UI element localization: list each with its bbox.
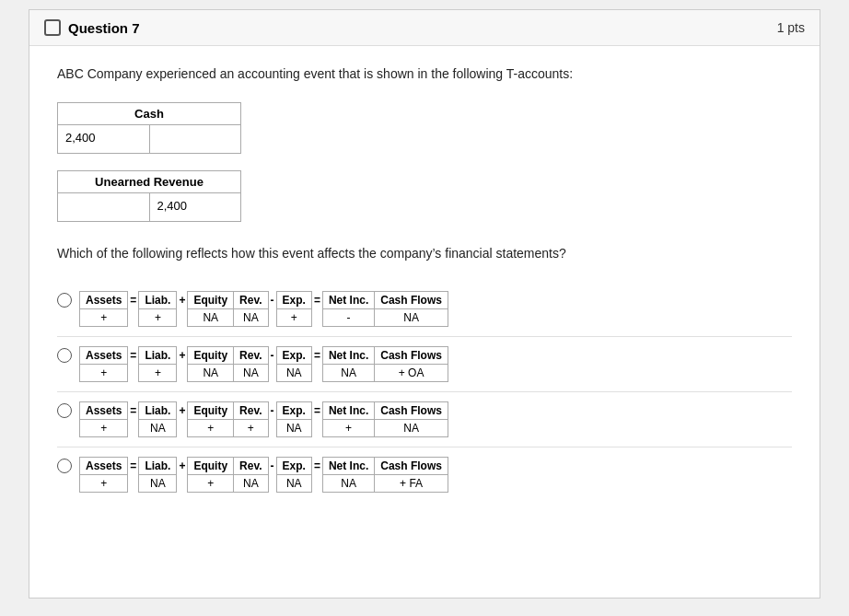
option-table-d: Assets = Liab. + Equity Rev. - Exp. = Ne… [79, 457, 448, 493]
t-account-unearned: Unearned Revenue 2,400 [57, 170, 241, 222]
fin-table-b-header: Assets = Liab. + Equity Rev. - Exp. = Ne… [79, 346, 448, 382]
col-rev-d: Rev. [234, 458, 268, 475]
col-eq2-a: = [311, 292, 322, 309]
val-assets-c: + [80, 420, 128, 437]
col-eq1-a: = [128, 292, 139, 309]
val-rev-c: + [234, 420, 268, 437]
val-liab-c: NA [139, 420, 177, 437]
col-cf-d: Cash Flows [375, 458, 448, 475]
val-assets-b: + [80, 365, 128, 382]
option-table-b: Assets = Liab. + Equity Rev. - Exp. = Ne… [79, 346, 448, 382]
val-minus-b [268, 365, 276, 382]
col-eq1-b: = [128, 347, 139, 365]
col-liab-d: Liab. [139, 458, 177, 475]
t-account-unearned-left [58, 193, 150, 221]
question-icon [44, 19, 61, 36]
val-rev-b: NA [234, 365, 268, 382]
val-exp-d: NA [276, 475, 311, 493]
col-eq2-d: = [311, 458, 322, 475]
question-text: Which of the following reflects how this… [57, 244, 792, 263]
fin-table-c-header: Assets = Liab. + Equity Rev. - Exp. = Ne… [79, 401, 448, 437]
t-account-cash-header: Cash [58, 103, 240, 125]
col-exp-d: Exp. [276, 458, 311, 475]
col-netinc-b: Net Inc. [322, 347, 374, 365]
val-eq2-b [311, 365, 322, 382]
col-equity-b: Equity [188, 347, 234, 365]
t-account-unearned-right: 2,400 [150, 193, 241, 221]
col-netinc-d: Net Inc. [322, 458, 374, 475]
val-eq2-c [311, 420, 322, 437]
col-plus1-b: + [177, 347, 188, 365]
val-eq1-a [128, 309, 139, 327]
t-account-cash-body: 2,400 [58, 125, 240, 153]
col-cf-c: Cash Flows [375, 402, 448, 420]
option-row-d[interactable]: Assets = Liab. + Equity Rev. - Exp. = Ne… [57, 447, 792, 502]
question-title: Question 7 [68, 20, 140, 36]
radio-a[interactable] [57, 293, 72, 308]
col-cf-a: Cash Flows [375, 292, 448, 309]
option-row-c[interactable]: Assets = Liab. + Equity Rev. - Exp. = Ne… [57, 392, 792, 447]
val-netinc-b: NA [322, 365, 374, 382]
col-rev-c: Rev. [234, 402, 268, 420]
options-section: Assets = Liab. + Equity Rev. - Exp. = Ne… [57, 282, 792, 502]
val-plus1-a [177, 309, 188, 327]
col-eq1-d: = [128, 458, 139, 475]
option-row-b[interactable]: Assets = Liab. + Equity Rev. - Exp. = Ne… [57, 337, 792, 392]
col-minus-a: - [268, 292, 276, 309]
question-card: Question 7 1 pts ABC Company experienced… [29, 9, 820, 599]
val-rev-d: NA [234, 475, 268, 493]
val-exp-c: NA [276, 420, 311, 437]
question-body: ABC Company experienced an accounting ev… [29, 46, 820, 520]
val-minus-c [268, 420, 276, 437]
val-minus-a [268, 309, 276, 327]
val-liab-b: + [139, 365, 177, 382]
radio-c[interactable] [57, 403, 72, 418]
val-netinc-c: + [322, 420, 374, 437]
val-eq2-a [311, 309, 322, 327]
col-equity-c: Equity [188, 402, 234, 420]
col-assets-a: Assets [80, 292, 128, 309]
col-liab-b: Liab. [139, 347, 177, 365]
col-netinc-c: Net Inc. [322, 402, 374, 420]
val-equity-d: + [188, 475, 234, 493]
val-eq2-d [311, 475, 322, 493]
col-assets-b: Assets [80, 347, 128, 365]
col-cf-b: Cash Flows [375, 347, 448, 365]
col-plus1-a: + [177, 292, 188, 309]
col-netinc-a: Net Inc. [322, 292, 374, 309]
val-rev-a: NA [234, 309, 268, 327]
val-cf-b: + OA [375, 365, 448, 382]
question-pts: 1 pts [777, 20, 805, 35]
val-exp-b: NA [276, 365, 311, 382]
val-minus-d [268, 475, 276, 493]
t-account-unearned-header: Unearned Revenue [58, 171, 240, 193]
t-account-cash-right [150, 125, 241, 153]
radio-b[interactable] [57, 348, 72, 363]
col-rev-b: Rev. [234, 347, 268, 365]
val-cf-d: + FA [375, 475, 448, 493]
col-equity-a: Equity [188, 292, 234, 309]
val-netinc-a: - [322, 309, 374, 327]
col-equity-d: Equity [188, 458, 234, 475]
col-exp-c: Exp. [276, 402, 311, 420]
t-account-cash-left: 2,400 [58, 125, 150, 153]
col-eq2-c: = [311, 402, 322, 420]
question-header-left: Question 7 [44, 19, 140, 36]
option-table-a: Assets = Liab. + Equity Rev. - Exp. = Ne… [79, 291, 448, 327]
val-equity-b: NA [188, 365, 234, 382]
val-eq1-d [128, 475, 139, 493]
val-netinc-d: NA [322, 475, 374, 493]
col-assets-c: Assets [80, 402, 128, 420]
fin-table-d-header: Assets = Liab. + Equity Rev. - Exp. = Ne… [79, 457, 448, 493]
val-liab-a: + [139, 309, 177, 327]
col-exp-b: Exp. [276, 347, 311, 365]
radio-d[interactable] [57, 459, 72, 473]
col-assets-d: Assets [80, 458, 128, 475]
val-exp-a: + [276, 309, 311, 327]
val-liab-d: NA [139, 475, 177, 493]
col-minus-c: - [268, 402, 276, 420]
option-row-a[interactable]: Assets = Liab. + Equity Rev. - Exp. = Ne… [57, 282, 792, 337]
val-cf-c: NA [375, 420, 448, 437]
col-liab-c: Liab. [139, 402, 177, 420]
t-accounts-section: Cash 2,400 Unearned Revenue 2,400 [57, 102, 792, 222]
